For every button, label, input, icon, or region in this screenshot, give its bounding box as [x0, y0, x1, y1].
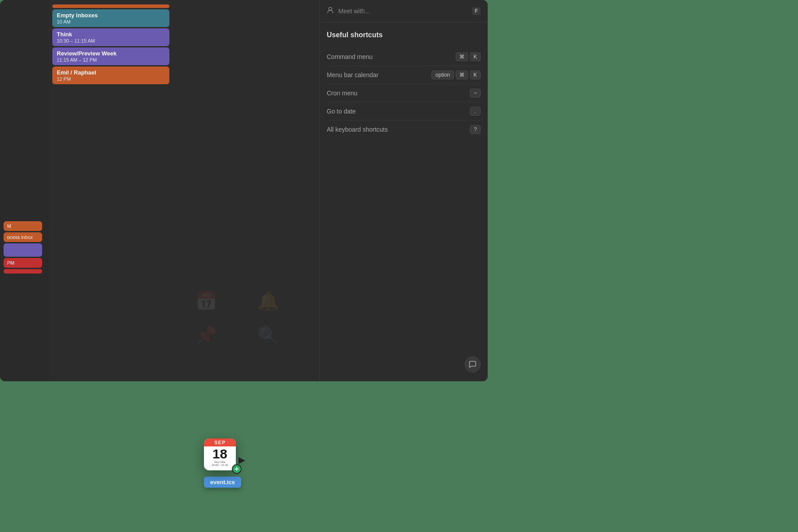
feedback-button[interactable]	[465, 356, 481, 372]
key-k-1: K	[470, 52, 481, 61]
add-event-badge: +	[232, 464, 242, 474]
shortcut-go-to-date[interactable]: Go to date .	[327, 102, 481, 121]
left-panel: M ocess inbox PM	[0, 0, 49, 381]
event-think[interactable]: Think 10:30 – 11:15 AM	[52, 28, 169, 46]
shortcut-menu-bar-keys: option ⌘ K	[431, 70, 481, 79]
shortcut-command-menu-keys: ⌘ K	[456, 52, 481, 61]
key-k-2: K	[470, 70, 481, 79]
shortcut-cron-keys: ~	[470, 89, 481, 98]
events-column: Empty inboxes 10 AM Think 10:30 – 11:15 …	[49, 0, 173, 381]
key-question: ?	[470, 125, 481, 134]
cursor-arrow: ▶	[239, 455, 245, 465]
bg-icon-7: 🔍	[244, 325, 293, 346]
event-review[interactable]: Review/Preview Week 11:15 AM – 12 PM	[52, 47, 169, 65]
shortcut-cron-label: Cron menu	[327, 90, 357, 97]
key-option: option	[431, 70, 454, 79]
bottom-event-3[interactable]	[4, 243, 42, 257]
person-icon	[327, 7, 334, 16]
calendar-icon-container: SEP 18 Epic hike 20:00 – 21:00 ▶ +	[204, 438, 239, 474]
shortcut-all-keyboard-label: All keyboard shortcuts	[327, 126, 388, 133]
meet-bar: Meet with... F	[320, 0, 488, 22]
shortcut-command-menu-label: Command menu	[327, 53, 373, 60]
cal-event-name: Epic hike	[215, 461, 225, 464]
bottom-event-5[interactable]	[4, 269, 42, 274]
cal-day: 18	[212, 447, 227, 461]
bottom-event-2[interactable]: ocess inbox	[4, 232, 42, 242]
cal-month: SEP	[204, 438, 236, 446]
file-drop-area[interactable]: SEP 18 Epic hike 20:00 – 21:00 ▶ + event…	[204, 438, 241, 488]
bg-icon-1: 📅	[182, 291, 231, 312]
meet-with-input[interactable]: Meet with...	[338, 8, 472, 15]
shortcut-go-to-date-label: Go to date	[327, 108, 356, 115]
event-emil[interactable]: Emil / Raphael 12 PM	[52, 66, 169, 84]
bottom-event-4[interactable]: PM	[4, 258, 42, 268]
file-label: event.ics	[204, 477, 241, 488]
app-window: M ocess inbox PM Empty inboxes 10 AM Thi…	[0, 0, 488, 381]
right-panel: Meet with... F Useful shortcuts Command …	[319, 0, 488, 381]
shortcut-all-keyboard-keys: ?	[470, 125, 481, 134]
shortcut-go-to-date-keys: .	[470, 107, 481, 116]
green-background	[488, 0, 798, 532]
bg-icon-6: 📌	[182, 325, 231, 346]
bottom-event-2-label: ocess inbox	[7, 235, 33, 240]
key-tilde: ~	[470, 89, 481, 98]
key-cmd-2: ⌘	[456, 70, 468, 79]
shortcut-menu-bar-label: Menu bar calendar	[327, 71, 379, 78]
shortcut-cron-menu[interactable]: Cron menu ~	[327, 84, 481, 102]
shortcut-command-menu[interactable]: Command menu ⌘ K	[327, 48, 481, 66]
key-period: .	[470, 107, 481, 116]
shortcut-all-keyboard[interactable]: All keyboard shortcuts ?	[327, 121, 481, 138]
meet-shortcut-key: F	[472, 7, 481, 15]
bg-icon-2: 🔔	[244, 291, 293, 312]
bottom-event-1[interactable]: M	[4, 221, 42, 231]
cal-body: 18 Epic hike 20:00 – 21:00	[204, 446, 236, 468]
event-empty-inboxes[interactable]: Empty inboxes 10 AM	[52, 9, 169, 27]
cal-event-time: 20:00 – 21:00	[212, 464, 228, 467]
key-cmd: ⌘	[456, 52, 468, 61]
calendar-icon: SEP 18 Epic hike 20:00 – 21:00	[204, 438, 236, 470]
shortcut-menu-bar-calendar[interactable]: Menu bar calendar option ⌘ K	[327, 66, 481, 84]
shortcuts-title: Useful shortcuts	[327, 31, 481, 39]
shortcuts-panel: Useful shortcuts Command menu ⌘ K Menu b…	[320, 22, 488, 147]
